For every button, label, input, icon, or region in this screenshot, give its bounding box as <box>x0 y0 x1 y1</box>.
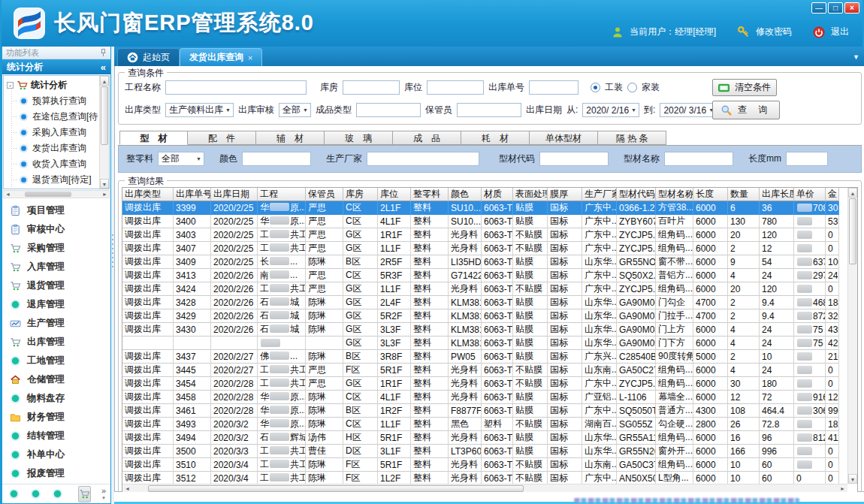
column-header[interactable]: 出库日期 <box>211 188 258 201</box>
radio-gongzhuang-label[interactable]: 工装 <box>605 81 623 94</box>
tree-item[interactable]: 退货查询[待定] <box>5 172 98 188</box>
radio-jiazhuang-label[interactable]: 家装 <box>642 81 660 94</box>
warehouse-input[interactable] <box>343 80 400 95</box>
column-header[interactable]: 出库类型 <box>122 188 174 201</box>
length-mm-input[interactable] <box>786 152 828 166</box>
collapse-chevron[interactable]: « <box>101 62 106 73</box>
section-header-statistics[interactable]: 统计分析 « <box>2 59 110 74</box>
table-row[interactable]: 调拨出库35002020/3/3工共工程曹佳D区3L1F整料LT3P606063… <box>122 445 839 458</box>
radio-jiazhuang[interactable] <box>627 83 637 92</box>
table-row[interactable]: 调拨出库34542020/2/28工共工程严思G区1R1F整料光身料6063-T… <box>122 377 839 391</box>
table-row[interactable]: 调拨出库34282020/2/26石城陈琳G区2L4F整料KLM38176063… <box>122 296 839 309</box>
outbound-type-combo[interactable]: 生产领料出库▼ <box>165 103 234 117</box>
profile-code-input[interactable] <box>539 152 609 166</box>
column-header[interactable]: 出库长度 <box>760 188 794 201</box>
table-row[interactable]: 调拨出库34582020/2/28华原...陈琳C区4L1F整料光身料6063-… <box>122 391 839 404</box>
column-header[interactable]: 表面处理 <box>513 188 548 201</box>
tree-item[interactable]: 发货出库查询 <box>5 140 98 156</box>
maximize-button[interactable]: □ <box>828 2 843 14</box>
sidebar-item-cart[interactable]: 出库管理 <box>2 333 110 352</box>
tree-hscroll-thumb[interactable] <box>25 192 71 197</box>
column-header[interactable]: 膜厚 <box>548 188 582 201</box>
scroll-right-icon[interactable]: ► <box>102 191 107 198</box>
table-row[interactable]: 调拨出库34292020/2/26石城陈琳G区5R2F整料KLM38176063… <box>122 309 839 323</box>
project-name-input[interactable] <box>165 80 307 95</box>
location-input[interactable] <box>427 80 484 95</box>
tab-overflow-icon[interactable]: ▼ <box>853 53 859 61</box>
column-header[interactable]: 出库单号 <box>174 188 211 201</box>
table-row[interactable]: G区3L3F整料KLM38176063-T5贴膜国标山东华...GA90M09.… <box>122 337 839 350</box>
table-row[interactable]: 调拨出库33992020/2/25华原...严思C区2L1F整料SU10...6… <box>122 201 839 215</box>
table-row[interactable]: 调拨出库34372020/2/27佛...陈琳B区3R8F整料PW056063-… <box>122 350 839 364</box>
sidebar-item-chart[interactable]: 生产管理 <box>2 314 110 333</box>
manufacturer-input[interactable] <box>367 152 479 166</box>
minimize-button[interactable]: — <box>811 2 826 14</box>
key-icon[interactable] <box>737 26 750 38</box>
column-header[interactable]: 保管员 <box>306 188 343 201</box>
tree-horizontal-scrollbar[interactable]: ◄ ► <box>3 190 110 198</box>
table-row[interactable]: 调拨出库34032020/2/25工共工程严思G区1R1F整料光身料6063-T… <box>122 228 839 242</box>
radio-gongzhuang[interactable] <box>591 83 600 92</box>
subtab-7[interactable]: 隔 热 条 <box>598 131 666 145</box>
subtab-3[interactable]: 玻 璃 <box>325 131 393 145</box>
column-header[interactable]: 颜色 <box>449 188 482 201</box>
tree-item[interactable]: 退库管理[待定] <box>5 188 98 189</box>
column-header[interactable]: 材质 <box>482 188 513 201</box>
table-row[interactable]: 调拨出库34302020/2/26石城陈琳G区3L3F整料KLM38176063… <box>122 323 839 337</box>
table-row[interactable]: 调拨出库34242020/2/26工共工程严思G区1L1F整料光身料6063-T… <box>122 282 839 296</box>
subtab-0[interactable]: 型 材 <box>119 131 188 145</box>
sidebar-item-cart[interactable]: 入库管理 <box>2 258 110 276</box>
table-row[interactable]: 调拨出库34452020/2/27工共工程严思F区5R1F整料光身料6063-T… <box>122 364 839 377</box>
subtab-1[interactable]: 配 件 <box>188 131 256 145</box>
table-row[interactable]: 调拨出库34092020/2/25长...陈琳B区2R5F整料LI35HD606… <box>122 255 839 269</box>
grid-vertical-scrollbar[interactable]: ▲ ▼ <box>847 188 857 484</box>
change-password-link[interactable]: 修改密码 <box>756 26 792 38</box>
grid-hscroll-thumb[interactable] <box>148 485 524 492</box>
scroll-up-icon[interactable]: ▲ <box>848 188 857 198</box>
scroll-down-icon[interactable]: ▼ <box>848 474 857 484</box>
column-header[interactable]: 金 <box>826 188 839 201</box>
outbound-audit-combo[interactable]: 全部▼ <box>279 103 311 117</box>
profile-name-input[interactable] <box>664 152 733 166</box>
product-type-input[interactable] <box>356 103 421 117</box>
date-from-picker[interactable]: 2020/ 2/16▼ <box>582 103 639 117</box>
sidebar-item-dot[interactable]: 物料盘存 <box>2 389 110 408</box>
column-header[interactable]: 整零料 <box>411 188 449 201</box>
subtab-2[interactable]: 辅 材 <box>256 131 325 145</box>
footer-more-button[interactable]: » ▾ <box>101 487 106 501</box>
sidebar-item-dot[interactable]: 补单中心 <box>2 445 110 464</box>
tab-home[interactable]: 起始页 <box>117 48 180 66</box>
scroll-up-icon[interactable]: ▲ <box>100 76 109 86</box>
power-icon[interactable] <box>813 26 825 38</box>
scroll-down-icon[interactable]: ▼ <box>100 179 109 189</box>
scroll-left-icon[interactable]: ◄ <box>5 191 11 198</box>
sidebar-item-folder[interactable]: 财务管理 <box>2 408 110 427</box>
sidebar-item-cart[interactable]: 退货管理 <box>2 276 110 295</box>
column-header[interactable]: 单价 <box>794 188 826 201</box>
table-row[interactable]: 调拨出库35102020/3/4工共工程陈琳F区5R1F整料光身料6063-T5… <box>122 458 839 472</box>
sidebar-item-dot[interactable]: 工地管理 <box>2 352 110 370</box>
column-header[interactable]: 长度 <box>693 188 728 201</box>
tab-close-icon[interactable]: × <box>248 53 252 62</box>
whole-part-combo[interactable]: 全部▼ <box>158 152 204 166</box>
sidebar-item-dot[interactable]: 结转管理 <box>2 427 110 445</box>
logout-link[interactable]: 退出 <box>831 26 849 38</box>
tree-item[interactable]: 收货入库查询 <box>5 156 98 172</box>
tree-item[interactable]: 在途信息查询[待 <box>5 109 98 125</box>
tree-expander-icon[interactable]: - <box>7 82 14 89</box>
tab-shipment-outbound-query[interactable]: 发货出库查询 × <box>180 48 262 66</box>
table-row[interactable]: 调拨出库34612020/2/28华原...陈琳B区1R2F整料F8877FT6… <box>122 404 839 418</box>
subtab-4[interactable]: 成 品 <box>393 131 461 145</box>
grid-scroll-thumb[interactable] <box>849 198 856 264</box>
clear-conditions-button[interactable]: 清空条件 <box>712 79 777 96</box>
column-header[interactable]: 生产厂家 <box>582 188 617 201</box>
column-header[interactable]: 数量 <box>728 188 760 201</box>
footer-cart-button[interactable] <box>78 486 91 502</box>
column-header[interactable]: 型材代码 <box>617 188 656 201</box>
sidebar-item-clipboard[interactable]: 项目管理 <box>2 201 110 220</box>
subtab-6[interactable]: 单体型材 <box>530 131 598 145</box>
column-header[interactable]: 型材名称 <box>656 188 693 201</box>
color-input[interactable] <box>242 152 311 166</box>
tree-item[interactable]: 预算执行查询 <box>5 93 98 109</box>
tree-item[interactable]: 采购入库查询 <box>5 125 98 140</box>
